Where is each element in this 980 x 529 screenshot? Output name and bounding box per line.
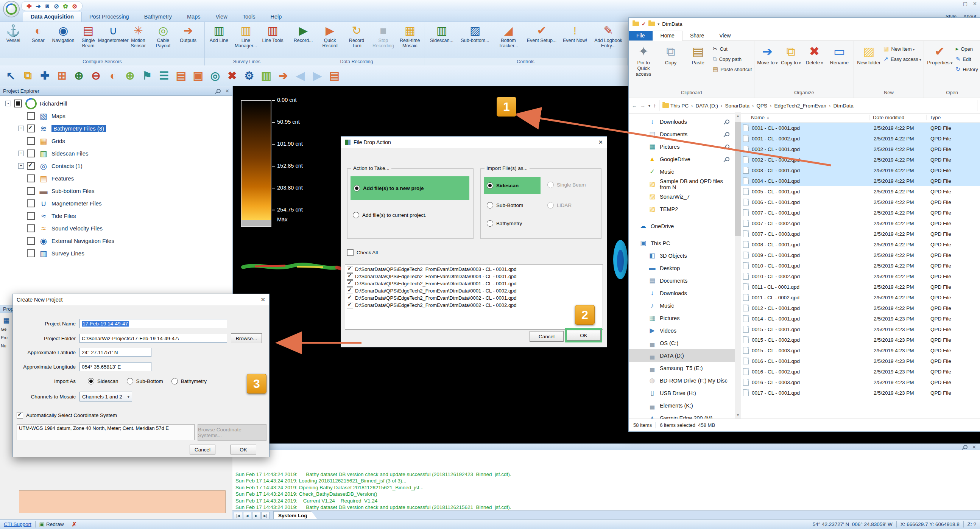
radio-sub-bottom[interactable]: Sub-Bottom [487, 202, 523, 208]
sidebar-item[interactable]: ▣ This PC [629, 237, 735, 249]
close-button[interactable]: ✕ [973, 1, 977, 6]
zoom-world-icon[interactable]: ◐ [105, 67, 121, 84]
dialog-titlebar[interactable]: File Drop Action ✕ [341, 137, 607, 148]
paste-shortcut-button[interactable]: ▤Paste shortcut [713, 66, 752, 73]
tree-item[interactable]: ≈ Sound Velocity Files [0, 222, 232, 235]
copy-to-button[interactable]: ⧉Copy to [780, 41, 801, 65]
sidebar-item[interactable]: ☁ OneDrive [629, 220, 735, 232]
edit-button[interactable]: ✎Edit [956, 56, 978, 62]
new-item-button[interactable]: ▨New item [883, 45, 921, 52]
ribbon-button[interactable]: ▨ Sub-bottom... [458, 23, 492, 44]
tree-item[interactable]: + ≋ Bathymetry Files (3) [0, 122, 232, 135]
sidebar-item[interactable]: ▲ Garmin Edge 200 (M) [629, 412, 735, 418]
cancel-button[interactable]: Cancel [189, 445, 215, 454]
sidebar-item[interactable]: ▶ Videos [629, 324, 735, 337]
delete-button[interactable]: ✖Delete [803, 41, 825, 65]
ribbon-tab[interactable]: View [208, 12, 235, 22]
pointer-icon[interactable]: ➔ [35, 2, 42, 10]
scroll-down-icon[interactable]: ▼ [735, 413, 741, 417]
ribbon-button[interactable]: ▥ Sidescan... [425, 23, 458, 44]
cut-button[interactable]: ✂Cut [713, 45, 752, 52]
radio-new-project[interactable]: Add file(s) to a new proje [353, 185, 424, 191]
ribbon-button[interactable]: ↻ Record Turn [343, 23, 370, 49]
breadcrumb[interactable]: This PCDATA (D:)SonarDataQPSEdgeTech2_Fr… [659, 100, 977, 111]
sidebar-item[interactable]: ◧ 3D Objects [629, 249, 735, 262]
radio-sidescan[interactable]: Sidescan [487, 183, 519, 189]
project-name-field[interactable]: 17-Feb-19 14-49-47 [80, 319, 227, 328]
file-row[interactable]: 0016 - CL - 0002.qpd 2/5/2019 4:23 PM QP… [741, 366, 980, 377]
drop-file-row[interactable]: D:\SonarData\QPS\EdgeTech2_FromEvan\DtmD… [345, 287, 603, 294]
properties-field[interactable] [19, 491, 226, 513]
tree-item[interactable]: + ▥ Sidescan Files [0, 147, 232, 160]
tree-expander[interactable]: - [5, 101, 11, 106]
system-log-tab[interactable]: System Log [273, 511, 318, 519]
tree-item[interactable]: ∪ Magnetometer Files [0, 197, 232, 210]
ribbon-button[interactable]: ⚓ Vessel [1, 23, 26, 44]
ribbon-tab[interactable]: Post Processing [82, 12, 137, 22]
move-to-button[interactable]: ➔Move to [757, 41, 778, 65]
sidebar-item[interactable]: ↓ Downloads [629, 115, 735, 128]
sidebar-item[interactable]: ▨ Sample DB and QPD files from N [629, 178, 735, 190]
ribbon-button[interactable]: ▶ Quick Record [317, 23, 343, 49]
tree-checkbox[interactable] [27, 137, 35, 145]
ribbon-button[interactable]: ◎ Cable Payout [151, 23, 176, 49]
column-type[interactable]: Type [927, 114, 980, 120]
auto-coordinate-checkbox[interactable]: Automatically Select Coordinate System [17, 412, 117, 418]
dialog-titlebar[interactable]: Create New Project ✕ [13, 294, 269, 305]
tree-item[interactable]: + ◎ Contacts (1) [0, 160, 232, 172]
tree-checkbox[interactable] [27, 124, 35, 132]
exit-icon[interactable]: ➔ [275, 67, 292, 84]
file-checkbox[interactable] [347, 295, 353, 301]
new-folder-icon[interactable] [648, 22, 655, 26]
ribbon-button[interactable]: ✎ Add Logbook Entry... [592, 23, 625, 49]
open-button[interactable]: ▸Open [956, 45, 978, 52]
log-nav-button[interactable]: ◀ [243, 512, 251, 519]
sidebar-item[interactable]: ▦ Pictures [629, 140, 735, 153]
sidebar-item[interactable]: ▄ Samsung_T5 (E:) [629, 362, 735, 374]
ribbon-tab[interactable]: Help [263, 12, 290, 22]
scrollbar-thumb[interactable] [735, 122, 741, 236]
file-row[interactable]: 0009 - CL - 0001.qpd 2/5/2019 4:22 PM QP… [741, 250, 980, 261]
coordinate-system-field[interactable]: UTM-WGS 1984 datum, Zone 40 North, Meter… [17, 424, 194, 440]
radio-lidar[interactable]: LiDAR [547, 202, 571, 208]
pin-to-quick-access-button[interactable]: ✦Pin to Quick access [631, 41, 656, 77]
file-checkbox[interactable] [347, 273, 353, 280]
drop-file-list[interactable]: D:\SonarData\QPS\EdgeTech2_FromEvan\DtmD… [345, 265, 603, 330]
forward-icon[interactable]: → [640, 103, 645, 109]
nav-flags-icon[interactable]: ⚑ [138, 67, 156, 84]
sidebar-item[interactable]: ♪ Music [629, 299, 735, 312]
rename-button[interactable]: ▭Rename [827, 41, 851, 65]
contacts-icon[interactable]: ◎ [207, 67, 224, 84]
close-panel-icon[interactable]: ✕ [225, 88, 229, 94]
layers-icon[interactable]: ☰ [156, 67, 173, 84]
drop-file-row[interactable]: D:\SonarData\QPS\EdgeTech2_FromEvan\DtmD… [345, 280, 603, 287]
file-checkbox[interactable] [347, 266, 353, 272]
radio-sidescan[interactable]: Sidescan [88, 378, 118, 384]
sidebar-item[interactable]: ▄ DATA (D:) [629, 349, 735, 362]
file-row[interactable]: 0001 - CL - 0002.qpd 2/5/2019 4:22 PM QP… [741, 133, 980, 144]
channels-dropdown[interactable]: Channels 1 and 2▾ [80, 392, 132, 402]
cti-support-link[interactable]: CTI Support [4, 521, 32, 527]
tree-checkbox[interactable] [27, 249, 35, 257]
ribbon-button[interactable]: ▥ Add Line [205, 23, 232, 44]
breadcrumb-segment[interactable]: EdgeTech2_FromEvan [775, 103, 834, 109]
sidebar-item[interactable]: ▨ SonarWiz_7 [629, 190, 735, 203]
breadcrumb-segment[interactable]: DATA (D:) [696, 103, 725, 109]
ribbon-tab[interactable]: Tools [235, 12, 263, 22]
radio-bathymetry[interactable]: Bathymetry [487, 220, 522, 227]
explorer-tab-file[interactable]: File [629, 31, 652, 40]
tree-item[interactable]: ≈ Tide Files [0, 210, 232, 222]
tree-checkbox[interactable] [27, 162, 35, 170]
file-row[interactable]: 0015 - CL - 0001.qpd 2/5/2019 4:23 PM QP… [741, 324, 980, 335]
file-row[interactable]: 0008 - CL - 0001.qpd 2/5/2019 4:22 PM QP… [741, 239, 980, 250]
ribbon-button[interactable]: ▦ Real-time Mosaic [397, 23, 423, 49]
report-icon[interactable]: ▤ [326, 67, 343, 84]
column-date-modified[interactable]: Date modified [870, 114, 927, 120]
sidebar-item[interactable]: ✓ Music [629, 165, 735, 178]
sidebar-item[interactable]: ▤ Documents [629, 274, 735, 287]
copy-button[interactable]: ⧉Copy [658, 41, 683, 65]
ribbon-tab[interactable]: Data Acquisition [23, 12, 82, 22]
file-row[interactable]: 0014 - CL - 0001.qpd 2/5/2019 4:23 PM QP… [741, 313, 980, 324]
redraw-button[interactable]: Redraw [46, 521, 64, 527]
easy-access-button[interactable]: ↗Easy access [883, 56, 921, 62]
